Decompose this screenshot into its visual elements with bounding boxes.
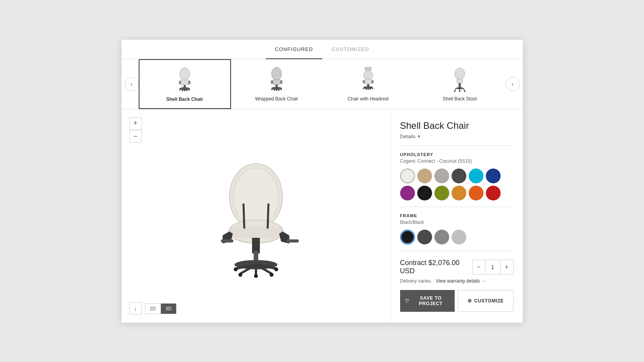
svg-point-10 xyxy=(189,89,190,91)
svg-point-33 xyxy=(369,88,371,90)
carousel-item-shell-back-stool[interactable]: Shell Back Stool xyxy=(414,59,506,109)
svg-point-44 xyxy=(459,91,461,92)
product-carousel: ‹ xyxy=(122,59,523,109)
carousel-item-label-2: Chair with Headrest xyxy=(348,96,388,102)
svg-rect-37 xyxy=(459,83,461,88)
main-content: + − xyxy=(122,109,523,323)
swatch-black[interactable] xyxy=(417,186,432,200)
upholstery-divider xyxy=(400,146,513,146)
svg-point-62 xyxy=(270,273,273,277)
svg-point-18 xyxy=(274,90,275,91)
view-toggle: 2D 3D xyxy=(145,303,177,314)
svg-point-30 xyxy=(363,88,364,89)
download-button[interactable]: ↓ xyxy=(129,302,142,315)
carousel-next-button[interactable]: › xyxy=(506,77,520,91)
details-chevron-icon: ▼ xyxy=(417,134,421,139)
svg-rect-22 xyxy=(365,67,371,71)
svg-point-7 xyxy=(182,90,183,91)
chair-main-image xyxy=(201,154,311,278)
carousel-item-image-0 xyxy=(171,66,198,93)
svg-line-39 xyxy=(455,88,456,91)
svg-point-34 xyxy=(372,88,373,89)
swatch-charcoal[interactable] xyxy=(452,169,466,183)
swatch-purple[interactable] xyxy=(400,186,415,200)
svg-point-0 xyxy=(180,68,190,81)
swatch-gray-light[interactable] xyxy=(434,169,449,183)
view-controls: ↓ 2D 3D xyxy=(129,302,177,315)
swatch-orange[interactable] xyxy=(469,186,483,200)
svg-rect-27 xyxy=(372,80,374,84)
svg-rect-36 xyxy=(457,79,463,83)
carousel-item-image-3 xyxy=(446,66,473,93)
swatch-blue[interactable] xyxy=(486,169,501,183)
save-label: SAVE TO PROJECT xyxy=(411,295,450,306)
product-title: Shell Back Chair xyxy=(400,120,513,131)
svg-line-40 xyxy=(463,88,465,91)
upholstery-label: UPHOLSTERY xyxy=(400,152,513,157)
frame-divider xyxy=(400,207,513,207)
svg-point-42 xyxy=(454,91,455,92)
qty-increase-button[interactable]: + xyxy=(501,260,513,274)
svg-point-59 xyxy=(234,267,238,271)
svg-point-24 xyxy=(363,70,373,80)
svg-point-20 xyxy=(278,90,280,91)
swatch-olive[interactable] xyxy=(434,186,449,200)
svg-rect-48 xyxy=(229,227,282,238)
view-2d-button[interactable]: 2D xyxy=(145,304,161,314)
price-qty-row: Contract $2,076.00 USD − 1 + xyxy=(400,259,513,275)
svg-point-31 xyxy=(365,88,367,90)
carousel-item-image-1 xyxy=(263,66,290,93)
warranty-link[interactable]: View warranty details xyxy=(436,278,480,284)
customize-button[interactable]: ⚙ CUSTOMIZE xyxy=(458,290,513,312)
svg-point-32 xyxy=(367,88,369,90)
svg-point-17 xyxy=(271,89,273,90)
tab-configured[interactable]: CONFIGURED xyxy=(266,40,323,59)
tab-customized[interactable]: CUSTOMIZED xyxy=(322,40,378,59)
upholstery-swatches xyxy=(400,169,513,200)
carousel-item-wrapped-back-chair[interactable]: Wrapped Back Chair xyxy=(231,59,323,109)
qty-value: 1 xyxy=(485,260,501,274)
svg-point-60 xyxy=(274,267,278,271)
svg-rect-14 xyxy=(280,80,282,84)
swatch-orange-light[interactable] xyxy=(452,186,466,200)
details-link[interactable]: Details ▼ xyxy=(400,134,513,139)
frame-swatches xyxy=(400,230,513,244)
tabs-bar: CONFIGURED CUSTOMIZED xyxy=(122,40,523,59)
svg-rect-25 xyxy=(365,79,371,84)
frame-swatch-light-gray[interactable] xyxy=(452,230,466,244)
qty-decrease-button[interactable]: − xyxy=(473,260,485,274)
price-divider xyxy=(400,251,513,251)
customize-label: CUSTOMIZE xyxy=(474,298,504,304)
view-3d-button[interactable]: 3D xyxy=(161,304,176,314)
config-panel: Shell Back Chair Details ▼ UPHOLSTERY Co… xyxy=(390,109,523,323)
frame-swatch-black[interactable] xyxy=(400,230,415,244)
frame-section: FRAME Black/Black xyxy=(400,213,513,244)
customize-icon: ⚙ xyxy=(468,298,472,304)
heart-icon: ♡ xyxy=(405,298,409,304)
svg-point-46 xyxy=(233,168,279,227)
carousel-prev-button[interactable]: ‹ xyxy=(125,77,139,91)
zoom-in-button[interactable]: + xyxy=(129,117,142,130)
svg-rect-2 xyxy=(179,81,181,84)
quantity-control: − 1 + xyxy=(472,260,513,274)
swatch-tan[interactable] xyxy=(417,169,432,183)
svg-point-16 xyxy=(272,87,282,90)
zoom-controls: + − xyxy=(129,117,142,143)
svg-point-63 xyxy=(254,274,258,278)
view-panel: + − xyxy=(122,109,390,323)
swatch-cyan[interactable] xyxy=(469,169,483,183)
carousel-item-chair-headrest[interactable]: Chair with Headrest xyxy=(323,59,414,109)
swatch-coconut[interactable] xyxy=(400,169,415,183)
frame-swatch-gray[interactable] xyxy=(434,230,449,244)
frame-swatch-dark-gray[interactable] xyxy=(417,230,432,244)
frame-label: FRAME xyxy=(400,213,513,218)
swatch-red[interactable] xyxy=(486,186,501,200)
svg-rect-12 xyxy=(273,79,281,84)
save-to-project-button[interactable]: ♡ SAVE TO PROJECT xyxy=(400,290,455,312)
carousel-item-image-2 xyxy=(355,66,382,93)
upholstery-section: UPHOLSTERY Cogent: Connect - Coconut (5S… xyxy=(400,152,513,200)
zoom-out-button[interactable]: − xyxy=(129,130,142,143)
svg-point-11 xyxy=(272,67,282,80)
carousel-item-shell-back-chair[interactable]: Shell Back Chair xyxy=(139,59,231,109)
svg-rect-50 xyxy=(286,239,299,243)
